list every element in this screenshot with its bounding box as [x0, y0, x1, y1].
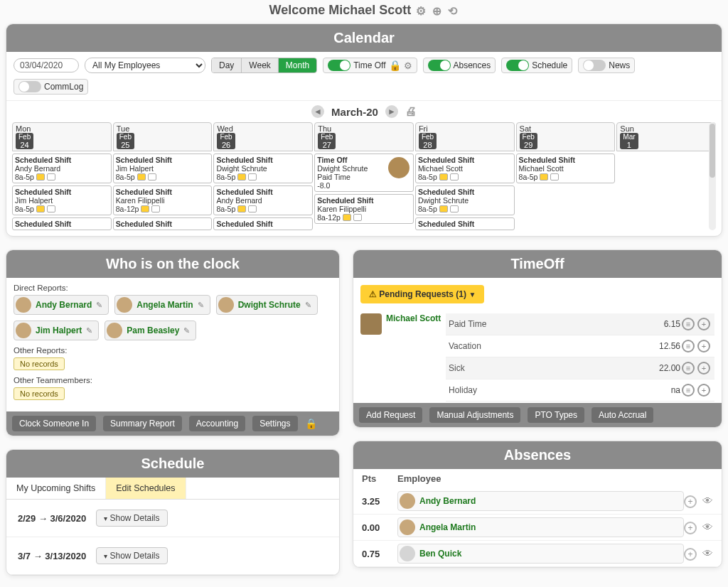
absences-toggle[interactable]	[428, 60, 451, 71]
view-toggle-group: Day Week Month	[211, 58, 317, 73]
add-request-button[interactable]: Add Request	[359, 407, 422, 423]
list-icon[interactable]: ≡	[680, 384, 696, 397]
shift-card[interactable]: Scheduled ShiftAndy Bernard8a-5p	[213, 185, 313, 215]
shift-card[interactable]: Scheduled ShiftJim Halpert8a-5p	[113, 154, 213, 183]
timeoff-gear-icon[interactable]: ⚙	[404, 60, 412, 71]
shift-card[interactable]: Scheduled ShiftAndy Bernard8a-5p	[12, 154, 112, 183]
avatar	[117, 297, 132, 313]
plus-icon[interactable]: +	[696, 318, 712, 330]
list-icon[interactable]: ≡	[680, 362, 696, 375]
avatar	[16, 297, 31, 313]
tab-edit-schedules[interactable]: Edit Schedules	[106, 478, 186, 499]
employee-chip[interactable]: Andy Bernard✎	[14, 295, 109, 315]
show-details-button[interactable]: ▾ Show Details	[96, 510, 167, 527]
prev-month-button[interactable]: ◄	[311, 105, 324, 118]
shift-card[interactable]: Time OffDwight SchrutePaid Time-8.0	[314, 154, 414, 192]
shift-card[interactable]: Scheduled Shift	[415, 217, 515, 230]
absence-employee-chip[interactable]: Andy Bernard	[397, 491, 684, 511]
shift-card[interactable]: Scheduled ShiftKaren Filippelli8a-12p	[113, 185, 213, 215]
employee-filter-select[interactable]: All My Employees	[85, 58, 205, 73]
absence-employee-chip[interactable]: Angela Martin	[397, 517, 684, 537]
edit-icon[interactable]: ✎	[96, 301, 102, 310]
edit-icon[interactable]: ✎	[183, 326, 190, 335]
eye-icon[interactable]: 👁	[702, 495, 713, 508]
employee-chip[interactable]: Pam Beasley✎	[105, 321, 196, 340]
day-header[interactable]: ThuFeb27	[314, 122, 414, 151]
plus-icon[interactable]: +	[696, 384, 712, 397]
welcome-text: Welcome Michael Scott	[269, 3, 412, 17]
accounting-button[interactable]: Accounting	[189, 416, 245, 431]
edit-icon[interactable]: ✎	[198, 301, 204, 310]
employee-chip[interactable]: Angela Martin✎	[114, 295, 210, 315]
day-header[interactable]: SunMar1	[616, 122, 716, 151]
pending-requests-button[interactable]: ⚠ Pending Requests (1) ▼	[360, 285, 484, 303]
commlog-toggle[interactable]	[18, 81, 41, 92]
view-week-button[interactable]: Week	[241, 58, 277, 72]
other-team-no-records: No records	[14, 387, 65, 400]
show-details-button[interactable]: ▾ Show Details	[96, 547, 167, 564]
plus-icon[interactable]: +	[684, 521, 697, 534]
shift-card[interactable]: Scheduled ShiftDwight Schrute8a-5p	[415, 185, 515, 215]
edit-icon[interactable]: ✎	[305, 301, 311, 310]
eye-icon[interactable]: 👁	[702, 521, 713, 534]
list-icon[interactable]: ≡	[680, 318, 696, 330]
pto-types-button[interactable]: PTO Types	[528, 407, 584, 423]
balance-row: Sick22.00≡+	[446, 357, 714, 379]
calendar-scrollbar[interactable]	[709, 122, 716, 230]
shift-card[interactable]: Scheduled Shift	[12, 217, 112, 230]
auto-accrual-button[interactable]: Auto Accrual	[592, 407, 653, 423]
news-toggle[interactable]	[583, 60, 606, 71]
absence-employee-chip[interactable]: Ben Quick	[397, 544, 684, 564]
shift-card[interactable]: Scheduled ShiftJim Halpert8a-5p	[12, 185, 112, 215]
gear-icon[interactable]: ⚙	[416, 4, 426, 18]
shift-card[interactable]: Scheduled Shift	[113, 217, 213, 230]
schedule-toggle[interactable]	[506, 60, 529, 71]
absence-row: 0.75Ben Quick+👁	[353, 541, 722, 567]
day-header[interactable]: MonFeb24	[12, 122, 112, 151]
edit-icon[interactable]: ✎	[86, 326, 92, 335]
shift-card[interactable]: Scheduled ShiftMichael Scott8a-5p	[516, 154, 616, 183]
clock-lock-icon[interactable]: 🔒	[305, 418, 317, 429]
shift-card[interactable]: Scheduled ShiftKaren Filippelli8a-12p	[314, 194, 414, 224]
calendar-title: Calendar	[6, 24, 722, 52]
plus-icon[interactable]: +	[696, 340, 712, 352]
calendar-day-column: SatFeb29Scheduled ShiftMichael Scott8a-5…	[516, 122, 616, 230]
timeoff-toggle[interactable]	[328, 60, 350, 71]
print-icon[interactable]: 🖨	[405, 105, 417, 118]
plus-icon[interactable]: +	[684, 547, 697, 561]
manual-adjustments-button[interactable]: Manual Adjustments	[429, 407, 520, 423]
timeoff-title: TimeOff	[353, 250, 722, 278]
avatar	[107, 323, 122, 338]
day-header[interactable]: FriFeb28	[415, 122, 515, 151]
employee-chip[interactable]: Dwight Schrute✎	[216, 295, 318, 315]
plus-icon[interactable]: ⊕	[432, 4, 441, 18]
plus-icon[interactable]: +	[696, 362, 712, 375]
day-header[interactable]: WedFeb26	[213, 122, 313, 151]
avatar	[360, 313, 382, 335]
clock-someone-in-button[interactable]: Clock Someone In	[12, 416, 96, 431]
refresh-icon[interactable]: ⟲	[448, 4, 457, 18]
next-month-button[interactable]: ►	[385, 105, 398, 118]
schedule-week-row: 2/29 → 3/6/2020▾ Show Details	[6, 500, 339, 537]
news-toggle-label: News	[609, 60, 630, 70]
timeoff-employee-link[interactable]: Michael Scott	[386, 313, 441, 323]
absence-points: 3.25	[362, 496, 397, 507]
shift-card[interactable]: Scheduled ShiftDwight Schrute8a-5p	[213, 154, 313, 183]
timeoff-lock-icon[interactable]: 🔒	[389, 60, 401, 71]
view-month-button[interactable]: Month	[278, 58, 316, 72]
eye-icon[interactable]: 👁	[702, 547, 713, 561]
list-icon[interactable]: ≡	[680, 340, 696, 352]
day-header[interactable]: SatFeb29	[516, 122, 616, 151]
date-input[interactable]	[14, 58, 79, 72]
clock-settings-button[interactable]: Settings	[252, 416, 297, 431]
chevron-down-icon: ▼	[469, 291, 476, 298]
shift-card[interactable]: Scheduled Shift	[213, 217, 313, 230]
plus-icon[interactable]: +	[684, 495, 697, 508]
day-header[interactable]: TueFeb25	[113, 122, 213, 151]
tab-my-upcoming-shifts[interactable]: My Upcoming Shifts	[6, 478, 106, 499]
view-day-button[interactable]: Day	[212, 58, 241, 72]
shift-card[interactable]: Scheduled ShiftMichael Scott8a-5p	[415, 154, 515, 183]
clock-panel: Who is on the clock Direct Reports: Andy…	[6, 249, 340, 436]
employee-chip[interactable]: Jim Halpert✎	[14, 321, 99, 340]
summary-report-button[interactable]: Summary Report	[103, 416, 182, 431]
